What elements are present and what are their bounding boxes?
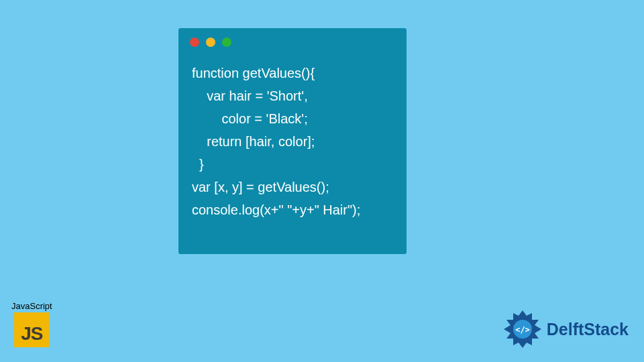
- code-line: return [hair, color];: [192, 134, 315, 149]
- code-line: var [x, y] = getValues();: [192, 180, 329, 194]
- code-line: }: [192, 157, 204, 172]
- minimize-icon: [206, 38, 215, 47]
- javascript-label: JavaScript: [11, 301, 52, 311]
- code-block: function getValues(){ var hair = 'Short'…: [192, 62, 393, 221]
- javascript-icon: JS: [14, 312, 49, 347]
- javascript-badge: JavaScript JS: [11, 301, 52, 347]
- close-icon: [190, 38, 199, 47]
- svg-text:</>: </>: [515, 325, 530, 335]
- window-controls: [190, 38, 393, 47]
- code-window: function getValues(){ var hair = 'Short'…: [178, 28, 407, 254]
- code-line: function getValues(){: [192, 66, 315, 80]
- code-line: var hair = 'Short',: [192, 88, 308, 103]
- delftstack-logo: </> DelftStack: [502, 309, 629, 349]
- code-line: console.log(x+" "+y+" Hair");: [192, 202, 360, 217]
- code-line: color = 'Black';: [192, 111, 308, 126]
- maximize-icon: [222, 38, 231, 47]
- javascript-icon-text: JS: [21, 323, 42, 345]
- delftstack-emblem-icon: </>: [502, 309, 543, 349]
- delftstack-text: DelftStack: [547, 320, 629, 339]
